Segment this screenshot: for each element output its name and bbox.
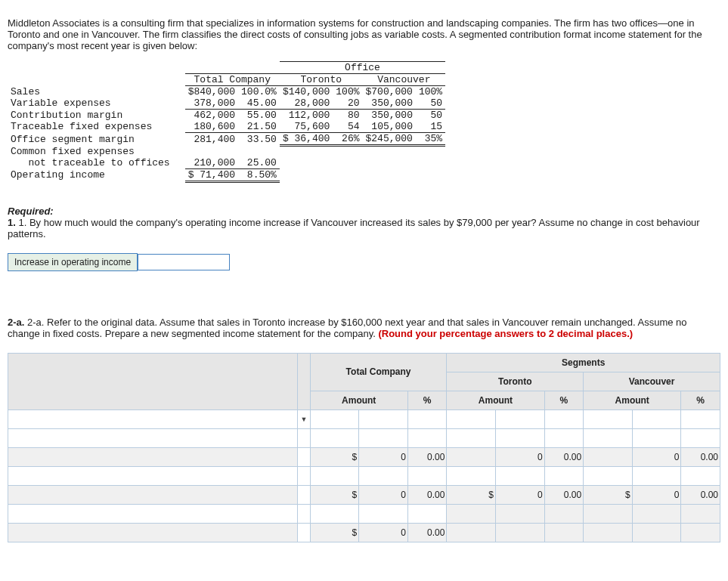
question-2a: 2-a. 2-a. Refer to the original data. As… bbox=[8, 317, 720, 339]
segmented-income-statement: Office Total Company Toronto Vancouver S… bbox=[8, 61, 445, 183]
dropdown-arrow-icon[interactable]: ▼ bbox=[298, 409, 310, 428]
row-cfix-label1: Common fixed expenses bbox=[8, 146, 185, 157]
row-varexp-label: Variable expenses bbox=[8, 97, 185, 110]
grid-segments-header: Segments bbox=[447, 353, 720, 372]
cell-currency: $ bbox=[310, 447, 359, 466]
grid-row-label[interactable] bbox=[8, 409, 298, 428]
row-cm-label: Contribution margin bbox=[8, 110, 185, 122]
intro-text: Middleton Associates is a consulting fir… bbox=[8, 17, 720, 51]
row-cfix-label2: not traceable to offices bbox=[8, 157, 185, 169]
grid-pct-header: % bbox=[407, 391, 447, 409]
col-vancouver: Vancouver bbox=[363, 74, 446, 86]
grid-toronto-header: Toronto bbox=[447, 372, 584, 391]
q1-answer-input[interactable] bbox=[138, 254, 230, 270]
row-sales-label: Sales bbox=[8, 86, 185, 98]
grid-amount-header: Amount bbox=[310, 391, 407, 409]
row-osm-label: Office segment margin bbox=[8, 133, 185, 146]
grid-vancouver-header: Vancouver bbox=[584, 372, 720, 391]
col-total: Total Company bbox=[185, 74, 280, 86]
row-oi-label: Operating income bbox=[8, 168, 185, 181]
row-tfix-label: Traceable fixed expenses bbox=[8, 121, 185, 133]
question-1: 1. 1. By how much would the company's op… bbox=[8, 217, 720, 240]
required-header: Required: bbox=[8, 206, 720, 217]
grid-total-header: Total Company bbox=[310, 353, 447, 391]
col-toronto: Toronto bbox=[280, 74, 363, 86]
office-header: Office bbox=[280, 62, 445, 74]
q1-answer-label: Increase in operating income bbox=[8, 253, 138, 271]
answer-grid-2a: Total Company Segments Toronto Vancouver… bbox=[8, 353, 720, 542]
